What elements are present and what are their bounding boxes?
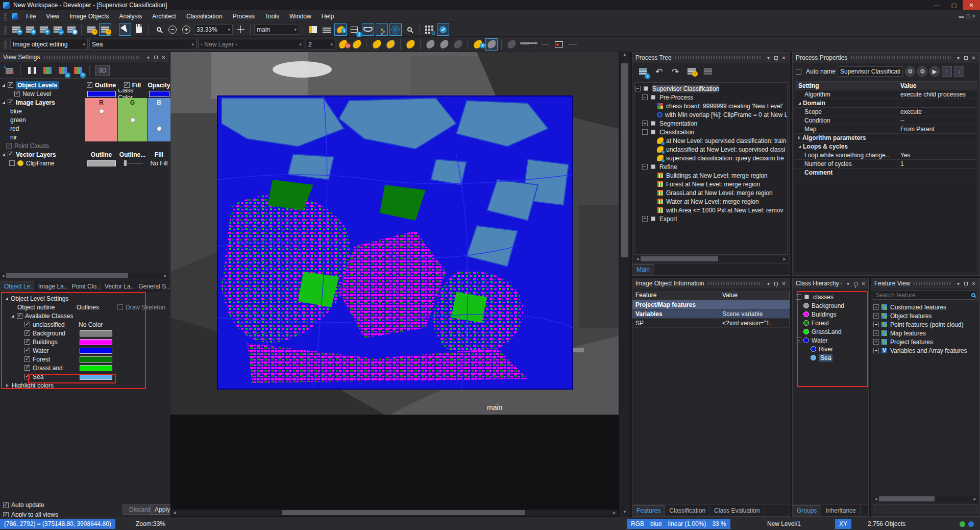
algorithm-settings-icon[interactable]: ⚙ bbox=[905, 66, 915, 77]
grid-settings-button[interactable] bbox=[423, 23, 435, 36]
menu-item[interactable]: Tools bbox=[260, 11, 284, 21]
rgb-layer-button[interactable] bbox=[41, 64, 54, 77]
active-class-combo[interactable]: Sea▾ bbox=[89, 39, 197, 50]
class-row[interactable]: Sea bbox=[0, 372, 169, 381]
pin-icon[interactable] bbox=[854, 282, 857, 285]
vector-edit-button[interactable] bbox=[505, 38, 518, 51]
pp-row[interactable]: Domain bbox=[795, 99, 977, 108]
add-layer-button[interactable]: + bbox=[72, 64, 84, 77]
menu-item[interactable]: Analysis bbox=[114, 11, 148, 21]
feature-group-row[interactable]: Customized features bbox=[873, 303, 979, 311]
zoom-out-button[interactable]: − bbox=[166, 23, 179, 36]
outline-color-swatch[interactable] bbox=[87, 160, 116, 166]
auto-name-checkbox[interactable] bbox=[796, 69, 801, 75]
pp-row[interactable]: Map From Parent bbox=[795, 125, 977, 134]
close-icon[interactable]: ✕ bbox=[780, 55, 788, 61]
auto-update-checkbox[interactable] bbox=[3, 502, 9, 508]
chevron-down-icon[interactable]: ▾ bbox=[765, 55, 772, 61]
process-row[interactable]: chess board: 9999999 creating 'New Level… bbox=[635, 102, 787, 110]
chevron-down-icon[interactable]: ▾ bbox=[954, 55, 962, 61]
maximize-button[interactable]: ▢ bbox=[945, 0, 963, 10]
pp-row[interactable]: Scope execute bbox=[795, 108, 977, 116]
outline-mode-value[interactable]: Outlines bbox=[77, 304, 117, 311]
process-name-input[interactable] bbox=[838, 66, 903, 77]
move-down-button[interactable]: ↓ bbox=[954, 66, 964, 77]
view-layer-button[interactable]: ◔ bbox=[85, 23, 97, 36]
satellite-map[interactable] bbox=[170, 52, 619, 420]
class-color-swatch[interactable] bbox=[80, 339, 112, 345]
expand-toggle-icon[interactable] bbox=[642, 129, 648, 135]
menu-item[interactable]: Classification bbox=[181, 11, 228, 21]
feature-view-hscrollbar[interactable]: ◄► bbox=[873, 496, 978, 502]
checkbox[interactable] bbox=[17, 313, 22, 319]
process-row[interactable]: Water at New Level: merge region bbox=[635, 197, 787, 206]
feature-group-row[interactable]: Project features bbox=[873, 338, 979, 346]
domain-settings-icon[interactable]: ⚙ bbox=[917, 66, 927, 77]
expand-toggle-icon[interactable] bbox=[873, 304, 879, 310]
menu-item[interactable]: Process bbox=[228, 11, 260, 21]
tree-row-layer-nir[interactable]: nir bbox=[0, 133, 169, 141]
process-row[interactable]: with Area <= 1000 Pxl at New Level: remo… bbox=[635, 206, 787, 214]
expand-toggle-icon[interactable] bbox=[873, 348, 879, 353]
class-row[interactable]: River bbox=[796, 345, 868, 353]
tree-row-object-levels[interactable]: Object Levels Outline Fill Opacity bbox=[0, 81, 169, 89]
process-row[interactable]: Supervisor Classification bbox=[635, 84, 787, 93]
expander-icon[interactable] bbox=[5, 297, 8, 300]
expand-toggle-icon[interactable] bbox=[796, 338, 801, 343]
close-icon[interactable]: ✕ bbox=[970, 55, 977, 61]
view-settings-tab[interactable]: General S... bbox=[134, 281, 169, 292]
expand-toggle-icon[interactable] bbox=[635, 86, 641, 91]
run-process-button[interactable]: ◔ bbox=[685, 65, 698, 78]
view-settings-tab[interactable]: Point Clo... bbox=[67, 281, 101, 292]
split-view-button[interactable] bbox=[307, 23, 319, 36]
feature-view-footer-bar[interactable] bbox=[886, 504, 978, 514]
table-info-button[interactable]: i bbox=[348, 23, 360, 36]
tree-row-point-clouds[interactable]: Point Clouds bbox=[0, 141, 169, 150]
class-row[interactable]: Water bbox=[0, 346, 169, 355]
process-row[interactable]: Pre-Process bbox=[635, 93, 787, 102]
navigate-button[interactable] bbox=[234, 23, 247, 36]
outline-width-slider[interactable] bbox=[122, 163, 143, 163]
pp-row[interactable]: Condition -- bbox=[795, 116, 977, 125]
sp-row[interactable]: SP <?xml version="1. bbox=[632, 319, 790, 328]
undo-button[interactable]: ↶ bbox=[653, 65, 665, 78]
redo-button[interactable]: ↷ bbox=[669, 65, 681, 78]
menu-item[interactable]: View bbox=[41, 11, 64, 21]
preview-button[interactable] bbox=[403, 23, 415, 36]
checkbox[interactable] bbox=[8, 100, 13, 105]
process-row[interactable]: supervised classification: query decisio… bbox=[635, 154, 787, 162]
outline-checkbox[interactable] bbox=[87, 82, 92, 88]
zoom-level-combo[interactable]: 33.33%▾ bbox=[194, 24, 233, 35]
class-row[interactable]: Forest bbox=[796, 319, 868, 327]
value-column-header[interactable]: Value bbox=[719, 291, 790, 300]
class-visible-checkbox[interactable] bbox=[24, 330, 30, 336]
class-visible-checkbox[interactable] bbox=[24, 322, 30, 327]
menu-item[interactable]: Image Objects bbox=[64, 11, 114, 21]
remove-layer-button[interactable]: − bbox=[57, 64, 69, 77]
view-settings-tab[interactable]: Vector La... bbox=[101, 281, 134, 292]
menu-item[interactable]: Architect bbox=[147, 11, 181, 21]
view-settings-tab[interactable]: Image La... bbox=[34, 281, 68, 292]
setting-column-header[interactable]: Setting bbox=[795, 82, 897, 90]
variables-row[interactable]: Variables Scene variable bbox=[632, 309, 790, 319]
zoom-area-button[interactable] bbox=[153, 23, 165, 36]
classes-root-row[interactable]: classes bbox=[796, 293, 868, 301]
expand-toggle-icon[interactable] bbox=[796, 294, 801, 300]
object-info-tab[interactable]: Class Evaluation bbox=[710, 505, 764, 516]
class-visible-checkbox[interactable] bbox=[24, 339, 30, 345]
minimize-button[interactable]: — bbox=[928, 0, 945, 10]
expand-toggle-icon[interactable] bbox=[873, 330, 879, 336]
process-row[interactable]: Segmentation bbox=[635, 119, 787, 128]
class-row[interactable]: Background bbox=[796, 301, 868, 310]
expand-toggle-icon[interactable] bbox=[642, 216, 648, 222]
tree-row-object-outline[interactable]: Object outline Outlines Draw Skeleton bbox=[0, 303, 169, 311]
view-settings-hscrollbar[interactable]: ◄► bbox=[0, 273, 168, 279]
pp-row[interactable]: Loops & cycles bbox=[795, 142, 977, 151]
close-icon[interactable]: ✕ bbox=[860, 281, 867, 286]
channel-radio[interactable] bbox=[99, 109, 104, 114]
expander-icon[interactable] bbox=[2, 101, 5, 104]
expand-toggle-icon[interactable] bbox=[873, 339, 879, 345]
tree-row-clipframe[interactable]: ClipFrame No Fill bbox=[0, 159, 169, 167]
process-row[interactable]: Classfication bbox=[635, 128, 787, 136]
class-color-swatch[interactable] bbox=[80, 356, 112, 363]
